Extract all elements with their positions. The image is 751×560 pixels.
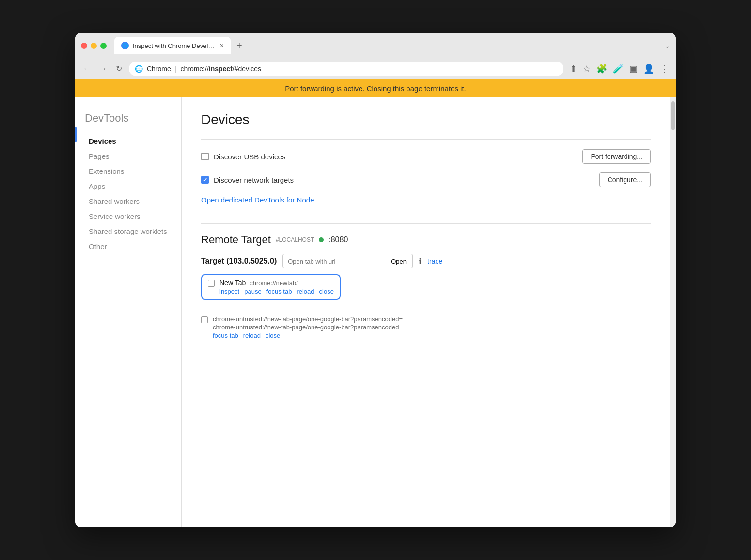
new-tab-button[interactable]: + xyxy=(233,38,246,53)
section-title: Devices xyxy=(201,112,651,127)
new-tab-reload-link[interactable]: reload xyxy=(297,288,314,295)
plain-tab-checkbox[interactable] xyxy=(201,316,208,323)
plain-tab-close-link[interactable]: close xyxy=(266,332,280,339)
sidebar-item-shared-workers[interactable]: Shared workers xyxy=(85,194,172,208)
remote-target-header: Remote Target #LOCALHOST :8080 xyxy=(201,233,651,246)
scrollbar-thumb[interactable] xyxy=(671,101,675,130)
plain-tab-url2: chrome-untrusted://new-tab-page/one-goog… xyxy=(213,324,403,331)
new-tab-url: chrome://newtab/ xyxy=(250,280,298,287)
scrollbar-track[interactable] xyxy=(670,97,676,527)
sidebar-item-apps[interactable]: Apps xyxy=(85,179,172,193)
sidebar: DevTools Devices Pages Extensions Apps S… xyxy=(75,97,182,527)
new-tab-entry: New Tab chrome://newtab/ inspect pause f… xyxy=(201,274,341,300)
remote-target-host: #LOCALHOST xyxy=(276,236,314,243)
url-bold: inspect xyxy=(209,65,233,73)
plain-tab-url1: chrome-untrusted://new-tab-page/one-goog… xyxy=(213,315,403,323)
back-button[interactable]: ← xyxy=(81,63,93,75)
target-version-bar: Target (103.0.5025.0) Open ℹ trace xyxy=(201,254,651,268)
plain-tab-reload-link[interactable]: reload xyxy=(243,332,261,339)
url-suffix: /#devices xyxy=(233,65,261,73)
url-bar[interactable]: 🌐 Chrome | chrome://inspect/#devices xyxy=(129,62,563,76)
new-tab-actions: inspect pause focus tab reload close xyxy=(219,288,334,295)
port-text: :8080 xyxy=(329,235,348,244)
new-tab-checkbox[interactable] xyxy=(208,280,215,287)
active-tab[interactable]: 🌐 Inspect with Chrome Develop… × xyxy=(114,37,231,54)
reload-button[interactable]: ↻ xyxy=(114,63,124,75)
sidebar-item-other[interactable]: Other xyxy=(85,239,172,253)
browser-window: 🌐 Inspect with Chrome Develop… × + ⌄ ← →… xyxy=(75,33,676,527)
open-tab-url-input[interactable] xyxy=(282,254,379,268)
bookmark-icon[interactable]: ☆ xyxy=(581,62,592,76)
maximize-button[interactable] xyxy=(100,43,107,49)
minimize-button[interactable] xyxy=(91,43,97,49)
discover-network-label: Discover network targets xyxy=(214,176,294,184)
tab-title: Inspect with Chrome Develop… xyxy=(133,42,216,49)
plain-tab-content: chrome-untrusted://new-tab-page/one-goog… xyxy=(213,315,403,339)
extensions-icon[interactable]: 🧩 xyxy=(595,62,609,76)
split-icon[interactable]: ▣ xyxy=(628,62,639,76)
sidebar-item-pages[interactable]: Pages xyxy=(85,149,172,163)
url-plain: chrome://inspect/#devices xyxy=(180,65,261,73)
url-globe-icon: 🌐 xyxy=(135,65,143,73)
discover-network-row: Discover network targets Configure... xyxy=(201,172,651,187)
sidebar-item-shared-storage[interactable]: Shared storage worklets xyxy=(85,224,172,238)
sidebar-title: DevTools xyxy=(85,112,172,124)
sidebar-item-service-workers[interactable]: Service workers xyxy=(85,209,172,223)
new-tab-focus-tab-link[interactable]: focus tab xyxy=(266,288,292,295)
new-tab-inspect-link[interactable]: inspect xyxy=(219,288,239,295)
share-icon[interactable]: ⬆ xyxy=(568,62,579,76)
discover-usb-checkbox[interactable] xyxy=(201,153,209,160)
address-bar: ← → ↻ 🌐 Chrome | chrome://inspect/#devic… xyxy=(75,58,676,79)
sidebar-active-indicator xyxy=(75,127,77,142)
target-version: Target (103.0.5025.0) xyxy=(201,257,277,265)
open-tab-button[interactable]: Open xyxy=(385,254,413,268)
url-divider: | xyxy=(175,65,177,73)
notification-text: Port forwarding is active. Closing this … xyxy=(285,84,466,93)
toolbar-icons: ⬆ ☆ 🧩 🧪 ▣ 👤 ⋮ xyxy=(568,62,670,76)
content-area: DevTools Devices Pages Extensions Apps S… xyxy=(75,97,676,527)
new-tab-name: New Tab xyxy=(219,279,246,287)
trace-link[interactable]: trace xyxy=(427,257,442,265)
labs-icon[interactable]: 🧪 xyxy=(611,62,625,76)
new-tab-close-link[interactable]: close xyxy=(319,288,334,295)
main-panel: Devices Discover USB devices Port forwar… xyxy=(182,97,670,527)
forward-button[interactable]: → xyxy=(97,63,109,75)
devtools-node-link[interactable]: Open dedicated DevTools for Node xyxy=(201,196,314,204)
profile-icon[interactable]: 👤 xyxy=(642,62,656,76)
title-bar: 🌐 Inspect with Chrome Develop… × + ⌄ xyxy=(75,33,676,58)
sidebar-item-extensions[interactable]: Extensions xyxy=(85,164,172,178)
close-button[interactable] xyxy=(81,43,87,49)
configure-button[interactable]: Configure... xyxy=(599,172,651,187)
divider-top xyxy=(201,139,651,140)
plain-tab-focus-link[interactable]: focus tab xyxy=(213,332,238,339)
new-tab-content: New Tab chrome://newtab/ inspect pause f… xyxy=(219,279,334,295)
port-forwarding-button[interactable]: Port forwarding... xyxy=(582,149,651,164)
info-icon[interactable]: ℹ xyxy=(419,257,422,266)
discover-usb-row: Discover USB devices Port forwarding... xyxy=(201,149,651,164)
new-tab-entry-wrapper: New Tab chrome://newtab/ inspect pause f… xyxy=(201,274,651,306)
discover-usb-label: Discover USB devices xyxy=(214,153,285,161)
url-site-label: Chrome xyxy=(147,65,171,73)
tab-favicon: 🌐 xyxy=(121,42,129,49)
tab-close-icon[interactable]: × xyxy=(220,42,224,49)
traffic-lights xyxy=(81,43,107,49)
plain-tab-entry: chrome-untrusted://new-tab-page/one-goog… xyxy=(201,311,651,343)
discover-network-checkbox[interactable] xyxy=(201,176,209,184)
online-indicator xyxy=(319,237,324,242)
tab-bar: 🌐 Inspect with Chrome Develop… × + ⌄ xyxy=(114,37,670,54)
discover-network-option: Discover network targets xyxy=(201,176,592,184)
divider-middle xyxy=(201,223,651,224)
discover-usb-option: Discover USB devices xyxy=(201,153,575,161)
notification-bar: Port forwarding is active. Closing this … xyxy=(75,79,676,97)
plain-tab-actions: focus tab reload close xyxy=(213,332,403,339)
tab-chevron-icon[interactable]: ⌄ xyxy=(664,42,670,49)
sidebar-item-devices[interactable]: Devices xyxy=(85,134,172,148)
sidebar-nav: Devices Pages Extensions Apps Shared wor… xyxy=(85,134,172,253)
remote-target-title: Remote Target xyxy=(201,233,271,246)
more-icon[interactable]: ⋮ xyxy=(658,62,670,76)
new-tab-pause-link[interactable]: pause xyxy=(244,288,261,295)
